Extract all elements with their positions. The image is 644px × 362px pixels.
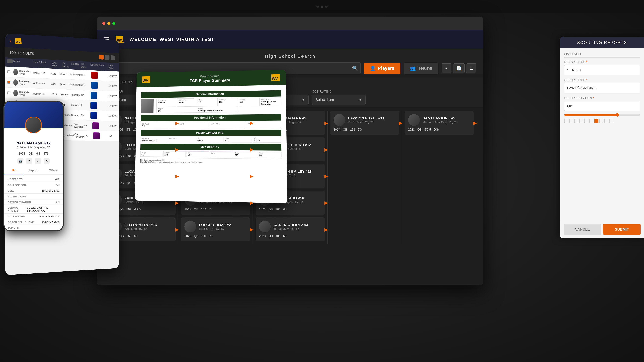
- school-state-chevron: ▼: [301, 97, 305, 102]
- player-card-dante[interactable]: DANTE MOORE #5 Martin Luther King HS, MI…: [405, 111, 474, 135]
- row-hs-2: Wolfson HS: [32, 82, 50, 85]
- team-logo-img-3: [90, 92, 97, 99]
- row-name-3: Tomberlin, Ryker: [13, 90, 32, 96]
- tablet-back-icon[interactable]: ‹: [10, 38, 11, 43]
- tcr-pos-cell-2: Off Pos 2: [175, 122, 210, 128]
- phone-topmph-label: TOP MPH: [8, 226, 19, 229]
- player-nav-arrow-zane[interactable]: ▶: [175, 200, 179, 205]
- phone-action-1[interactable]: 📷: [18, 158, 24, 164]
- player-info-caden: CADEN OBHOLZ #4 Timberview HS, TX: [273, 223, 321, 231]
- rating-cb-1[interactable]: [564, 119, 568, 123]
- row-checkbox-2[interactable]: [8, 81, 13, 84]
- player-nav-arrow-folger[interactable]: ▶: [250, 227, 254, 232]
- maximize-dot[interactable]: [112, 22, 116, 25]
- player-name-folger: FOLGER BOAZ #2: [199, 223, 247, 227]
- document-icon-btn[interactable]: 📄: [453, 63, 464, 73]
- player-nav-arrow-collin[interactable]: ▶: [250, 173, 254, 179]
- teams-tab-btn[interactable]: 👥 Teams: [404, 62, 438, 74]
- phone-tab-offers[interactable]: Offers: [43, 167, 63, 174]
- checkmark-icon-btn[interactable]: ✓: [442, 63, 452, 73]
- player-card-folger[interactable]: FOLGER BOAZ #2 East Surry HS, NC 2023QB1…: [181, 217, 250, 241]
- phone-action-4[interactable]: ⚙: [44, 158, 50, 164]
- row-city-6: Coal Township: [74, 123, 83, 128]
- player-nav-arrow-jaxon[interactable]: ▶: [250, 200, 254, 205]
- scouting-slider-track[interactable]: [564, 114, 640, 116]
- phone-header-img: [4, 102, 63, 128]
- player-nav-arrow-dante[interactable]: ▶: [473, 120, 477, 125]
- dot-1: [316, 5, 319, 8]
- row-checkbox-1[interactable]: [8, 70, 13, 73]
- cancel-button[interactable]: CANCEL: [564, 224, 601, 235]
- player-nav-arrow-liam[interactable]: ▶: [324, 147, 328, 152]
- scouting-report-pos-input[interactable]: QB: [564, 101, 640, 111]
- tablet-checkbox-header[interactable]: [8, 59, 13, 63]
- scouting-report-type-input[interactable]: SENIOR: [564, 65, 640, 75]
- tcr-info-grid: First NameNathan Last NameLamb Grad12 Po…: [156, 97, 281, 113]
- phone-tab-reports[interactable]: Reports: [24, 167, 43, 174]
- tablet-filter-icon-1[interactable]: [99, 55, 104, 60]
- player-nav-arrow-leo[interactable]: ▶: [175, 227, 179, 232]
- xos-rating-chevron: ▼: [358, 97, 362, 102]
- row-state-1: FL: [82, 73, 91, 77]
- scouting-report-type2-input[interactable]: CAMP/COMBINE: [564, 83, 640, 93]
- rating-cb-9[interactable]: [604, 119, 608, 123]
- phone-action-3[interactable]: ★: [35, 158, 41, 164]
- player-school-folger: East Surry HS, NC: [199, 227, 247, 231]
- phone-tab-bio[interactable]: Bio: [4, 167, 24, 174]
- phone-wt: 173: [44, 152, 49, 155]
- browser-dots: [102, 22, 116, 25]
- row-city-5: Burleson: [71, 114, 80, 117]
- row-checkbox-3[interactable]: [8, 91, 13, 94]
- players-tab-btn[interactable]: 👤 Players: [364, 62, 401, 74]
- rating-cb-6[interactable]: [589, 119, 593, 123]
- team-logo-img-4: [90, 102, 97, 109]
- player-nav-arrow-caden[interactable]: ▶: [324, 227, 328, 232]
- rating-cb-10[interactable]: [610, 119, 614, 123]
- player-nav-arrow-lucas[interactable]: ▶: [175, 173, 179, 179]
- rating-cb-7[interactable]: [594, 119, 598, 123]
- rating-cb-3[interactable]: [574, 119, 578, 123]
- player-stats-zane: 2023QB1876'2.5: [110, 208, 172, 211]
- tablet-edit-icon[interactable]: [111, 55, 115, 60]
- phone-action-2[interactable]: t: [26, 158, 32, 164]
- search-title: High School Search: [104, 54, 476, 59]
- xos-rating-label: XOS RATING: [312, 90, 366, 93]
- player-card-caden[interactable]: CADEN OBHOLZ #4 Timberview HS, TX 2023QB…: [256, 217, 324, 241]
- row-county-1: Duval: [60, 72, 68, 76]
- player-nav-arrow-eli[interactable]: ▶: [175, 147, 179, 152]
- xos-rating-select[interactable]: Select Item ▼: [312, 95, 366, 105]
- player-nav-arrow-josh[interactable]: ▶: [324, 120, 328, 125]
- tcr-contact-state: StateCA: [224, 137, 252, 142]
- scouting-header: SCOUTING REPORTS: [560, 37, 644, 48]
- phone-pos-label: COLLEGE POS: [8, 184, 26, 186]
- player-column-4: LAWSON PRATT #11 Pearl River CC, MS 2024…: [328, 111, 402, 244]
- rating-cb-2[interactable]: [569, 119, 573, 123]
- tablet-filter-icon-2[interactable]: [105, 55, 110, 60]
- player-nav-arrow-lawson[interactable]: ▶: [399, 120, 402, 125]
- search-icon[interactable]: 🔍: [352, 65, 358, 71]
- tcr-measurables-grid: Height6'3 Weight173 405.06 Bench Squat27…: [140, 151, 282, 157]
- rating-cb-8[interactable]: [600, 119, 604, 123]
- player-nav-arrow-dylan[interactable]: ▶: [250, 147, 254, 152]
- close-dot[interactable]: [102, 22, 105, 25]
- player-info-dante: DANTE MOORE #5 Martin Luther King HS, MI: [422, 116, 470, 124]
- rating-cb-4[interactable]: [579, 119, 583, 123]
- player-card-lawson[interactable]: LAWSON PRATT #11 Pearl River CC, MS 2024…: [330, 111, 399, 135]
- row-state-7: PA: [85, 134, 92, 137]
- scouting-report-pos-field: REPORT POSITION * QB: [564, 96, 640, 111]
- rating-cb-5[interactable]: [584, 119, 588, 123]
- player-name-caden: CADEN OBHOLZ #4: [273, 223, 321, 227]
- row-team-logo-3: [90, 92, 108, 99]
- tcr-contact-addr1: Address 1632 N Arbor Drive: [140, 137, 167, 142]
- list-icon-btn[interactable]: ☰: [466, 63, 476, 73]
- player-nav-arrow-enzo[interactable]: ▶: [250, 120, 254, 125]
- player-stats-lawson: 2024QB1836'0: [334, 128, 396, 131]
- minimize-dot[interactable]: [107, 22, 110, 25]
- player-nav-arrow-hilshon[interactable]: ▶: [324, 173, 328, 179]
- phone-detail-coach: COACH NAME TRAVIS BURKETT: [4, 214, 63, 219]
- scouting-slider-thumb[interactable]: [616, 113, 619, 117]
- player-nav-arrow-1[interactable]: ▶: [175, 120, 179, 125]
- submit-button[interactable]: SUBMIT: [603, 224, 641, 235]
- player-nav-arrow-ryan[interactable]: ▶: [324, 200, 328, 205]
- dot-2: [321, 5, 323, 8]
